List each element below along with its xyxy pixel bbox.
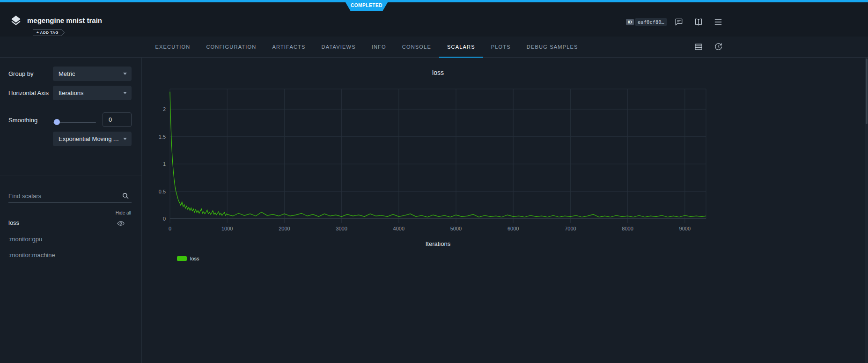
tab-plots[interactable]: PLOTS (483, 37, 519, 58)
experiment-id-badge[interactable]: ID eaf0cf80… (626, 18, 667, 26)
x-axis-title: Iterations (170, 240, 706, 247)
id-chip: ID (626, 19, 634, 25)
svg-text:5000: 5000 (450, 226, 462, 231)
svg-text:0.5: 0.5 (159, 189, 166, 194)
menu-icon[interactable] (714, 17, 723, 27)
metric-row-monitor-gpu[interactable]: :monitor:gpu (0, 234, 141, 246)
metric-label: :monitor:gpu (8, 236, 42, 243)
add-tag-button[interactable]: + ADD TAG (33, 29, 65, 36)
horizontal-axis-select[interactable]: Iterations (53, 86, 132, 100)
legend-swatch (177, 256, 187, 261)
tabs: EXECUTION CONFIGURATION ARTIFACTS DATAVI… (0, 37, 733, 58)
tab-dataviews[interactable]: DATAVIEWS (314, 37, 364, 58)
legend-item-loss[interactable]: loss (177, 256, 199, 261)
tab-console[interactable]: CONSOLE (394, 37, 439, 58)
tab-bar: EXECUTION CONFIGURATION ARTIFACTS DATAVI… (0, 37, 868, 58)
caret-down-icon (123, 92, 127, 94)
metric-label: loss (8, 219, 19, 226)
metric-row-loss[interactable]: loss (0, 217, 141, 230)
chart-panel: loss 00.511.5201000200030004000500060007… (142, 58, 868, 363)
svg-text:1000: 1000 (221, 226, 233, 231)
status-label: COMPLETED (351, 3, 383, 8)
manual-icon[interactable] (694, 17, 703, 27)
metric-label: :monitor:machine (8, 252, 55, 259)
add-tag-label: + ADD TAG (33, 30, 64, 36)
caret-down-icon (123, 138, 127, 140)
main: Group by Metric Horizontal Axis Iteratio… (0, 58, 868, 363)
svg-text:3000: 3000 (336, 226, 347, 231)
svg-text:4000: 4000 (393, 226, 405, 231)
tab-execution[interactable]: EXECUTION (147, 37, 198, 58)
app-logo-icon (10, 15, 22, 27)
smoothing-value-input[interactable] (103, 112, 132, 127)
experiment-title: megengine mnist train (27, 16, 102, 24)
caret-down-icon (123, 73, 127, 75)
sidebar: Group by Metric Horizontal Axis Iteratio… (0, 58, 142, 363)
sidebar-divider (0, 176, 141, 176)
find-scalars-input[interactable] (8, 190, 116, 202)
tab-artifacts[interactable]: ARTIFACTS (264, 37, 313, 58)
tab-info[interactable]: INFO (364, 37, 394, 58)
tab-scalars[interactable]: SCALARS (439, 37, 483, 58)
eye-icon[interactable] (117, 219, 125, 228)
hide-all-link[interactable]: Hide all (116, 210, 131, 215)
svg-text:1: 1 (163, 161, 166, 167)
smoothing-label: Smoothing (8, 117, 37, 124)
id-value: eaf0cf80… (635, 18, 667, 26)
status-strip (0, 0, 868, 2)
scrollbar[interactable] (865, 58, 868, 363)
scalar-chart-canvas[interactable]: 00.511.520100020003000400050006000700080… (142, 58, 868, 254)
group-by-label: Group by (8, 70, 33, 77)
find-scalars-field (8, 190, 132, 203)
group-by-select[interactable]: Metric (53, 67, 132, 81)
svg-text:9000: 9000 (679, 226, 691, 231)
refresh-icon[interactable] (714, 42, 723, 52)
comment-icon[interactable] (674, 17, 684, 27)
svg-text:2000: 2000 (279, 226, 290, 231)
group-by-value: Metric (59, 70, 75, 77)
tab-debug-samples[interactable]: DEBUG SAMPLES (519, 37, 586, 58)
app-root: COMPLETED megengine mnist train + ADD TA… (0, 0, 868, 363)
table-view-icon[interactable] (694, 42, 703, 52)
svg-text:0: 0 (163, 216, 166, 222)
slider-thumb[interactable] (54, 119, 60, 125)
horizontal-axis-label: Horizontal Axis (8, 89, 49, 96)
svg-text:1.5: 1.5 (159, 134, 166, 140)
smoothing-type-value: Exponential Moving Av… (59, 135, 120, 142)
search-icon[interactable] (121, 192, 130, 200)
smoothing-slider[interactable] (53, 119, 96, 125)
metric-row-monitor-machine[interactable]: :monitor:machine (0, 250, 141, 262)
scrollbar-thumb[interactable] (866, 59, 868, 124)
status-ribbon: COMPLETED (344, 0, 389, 11)
svg-text:8000: 8000 (622, 226, 633, 231)
header: megengine mnist train + ADD TAG ID eaf0c… (0, 2, 868, 37)
svg-text:6000: 6000 (508, 226, 519, 231)
svg-text:2: 2 (163, 106, 166, 112)
tab-configuration[interactable]: CONFIGURATION (198, 37, 264, 58)
smoothing-type-select[interactable]: Exponential Moving Av… (53, 132, 132, 146)
svg-text:0: 0 (169, 226, 171, 231)
svg-text:7000: 7000 (565, 226, 576, 231)
legend-label: loss (190, 256, 199, 261)
horizontal-axis-value: Iterations (59, 89, 83, 96)
